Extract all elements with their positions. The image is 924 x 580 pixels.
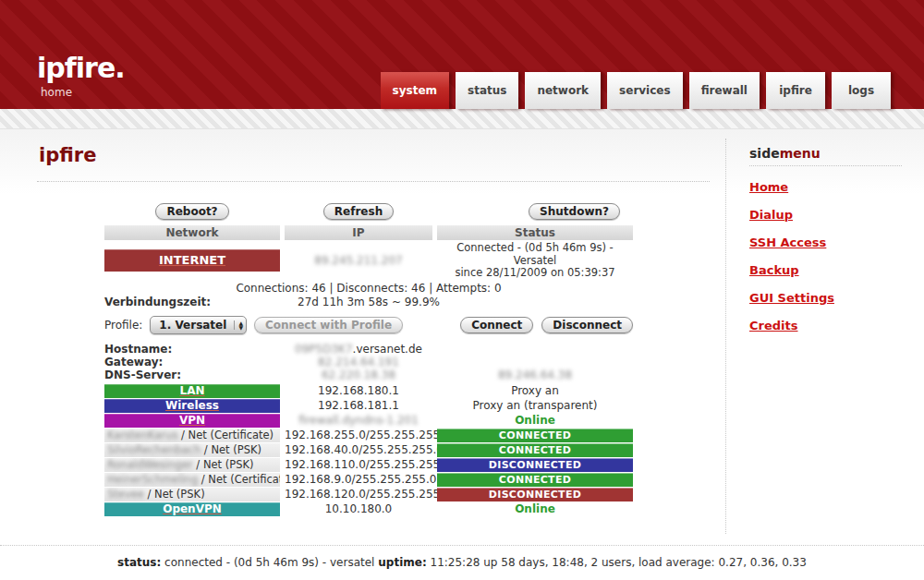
connections-line: Connections: 46 | Disconnects: 46 | Atte… xyxy=(104,282,633,295)
title-divider xyxy=(37,181,710,182)
openvpn-link[interactable]: OpenVPN xyxy=(104,502,280,516)
sidebar-item-backup[interactable]: Backup xyxy=(749,263,910,277)
vpn-client-row: HeinerSchmeling / Net (Certificate) 192.… xyxy=(104,473,633,487)
gateway-row: Gateway: 82.214.64.191 xyxy=(104,356,633,369)
vpn-client-status-badge: CONNECTED xyxy=(437,443,633,457)
vpn-client-name: Stevee / Net (PSK) xyxy=(104,488,280,501)
vpn-client-status-badge: DISCONNECTED xyxy=(437,458,633,472)
vpn-client-net: 192.168.255.0/255.255.255.240 xyxy=(285,429,432,441)
header: ipfire. home system status network servi… xyxy=(0,0,924,109)
connection-table: Reboot? Refresh Shutdown? Network IP Sta… xyxy=(104,203,633,516)
vpn-client-net: 192.168.9.0/255.255.255.0 xyxy=(285,473,432,486)
page: ipfire. home system status network servi… xyxy=(0,0,924,580)
lan-row: LAN 192.168.180.1 Proxy an xyxy=(104,384,633,398)
footer-status-label: status: xyxy=(117,556,161,569)
hostname-row: Hostname: 09P5D3K7.versanet.de xyxy=(104,343,633,356)
connection-time-value: 27d 11h 3m 58s ~ 99.9% xyxy=(104,296,633,308)
vpn-client-row: RonaldWesinger / Net (PSK) 192.168.110.0… xyxy=(104,458,633,472)
wireless-link[interactable]: Wireless xyxy=(104,399,280,413)
vpn-ip: firewall.dyndns-1.201 xyxy=(298,414,419,427)
vpn-client-name: RonaldWesinger / Net (PSK) xyxy=(104,458,280,472)
gateway-value: 82.214.64.191 xyxy=(318,356,399,369)
sidebar: sidemenu Home Dialup SSH Access Backup G… xyxy=(725,139,910,534)
dns-label: DNS-Server: xyxy=(104,369,280,381)
logo-subtitle: home xyxy=(41,86,72,99)
vpn-client-name: HeinerSchmeling / Net (Certificate) xyxy=(104,473,280,487)
system-buttons-row: Reboot? Refresh Shutdown? xyxy=(104,203,633,220)
column-header-network: Network xyxy=(104,225,280,240)
openvpn-status: Online xyxy=(437,502,633,515)
select-stepper-icon: ▲▼ xyxy=(234,320,243,330)
connect-with-profile-button[interactable]: Connect with Profile xyxy=(254,317,403,333)
openvpn-row: OpenVPN 10.10.180.0 Online xyxy=(104,502,633,516)
sidemenu-divider xyxy=(749,165,902,166)
vpn-client-status-badge: CONNECTED xyxy=(437,429,633,442)
dns-secondary-value: 89.246.64.38 xyxy=(498,369,572,381)
header-stripe-band xyxy=(0,109,924,129)
footer-uptime-label: uptime: xyxy=(378,556,426,569)
connect-button[interactable]: Connect xyxy=(460,317,533,333)
hostname-label: Hostname: xyxy=(104,343,280,356)
wireless-status: Proxy an (transparent) xyxy=(437,399,633,412)
internet-row: INTERNET 89.245.211.207 Connected - (0d … xyxy=(104,242,633,280)
logo: ipfire. xyxy=(37,52,125,84)
internet-status: Connected - (0d 5h 46m 9s) - Versatel si… xyxy=(437,242,633,280)
vpn-client-net: 192.168.120.0/255.255.255.0 xyxy=(285,488,432,501)
shutdown-button[interactable]: Shutdown? xyxy=(529,203,620,220)
tab-status[interactable]: status xyxy=(456,72,518,109)
main-panel: ipfire Reboot? Refresh Shutdown? Network… xyxy=(37,129,710,518)
profile-label: Profile: xyxy=(104,319,142,332)
internet-link[interactable]: INTERNET xyxy=(104,249,280,272)
content: ipfire Reboot? Refresh Shutdown? Network… xyxy=(0,129,924,545)
wireless-ip: 192.168.181.1 xyxy=(285,399,432,412)
main-nav: system status network services firewall … xyxy=(381,72,891,109)
vpn-client-status-badge: CONNECTED xyxy=(437,473,633,487)
vpn-client-name: KarstenKarus / Net (Certificate) xyxy=(104,429,280,442)
vpn-client-row: KarstenKarus / Net (Certificate) 192.168… xyxy=(104,429,633,442)
profile-select[interactable]: 1. Versatel ▲▼ xyxy=(150,316,247,334)
lan-ip: 192.168.180.1 xyxy=(285,384,432,397)
dns-primary-value: 62.220.18.38 xyxy=(322,369,395,381)
lan-status: Proxy an xyxy=(437,384,633,397)
table-header-row: Network IP Status xyxy=(104,225,633,240)
vpn-client-row: Stevee / Net (PSK) 192.168.120.0/255.255… xyxy=(104,488,633,501)
sidebar-item-ssh-access[interactable]: SSH Access xyxy=(749,236,910,249)
disconnect-button[interactable]: Disconnect xyxy=(541,317,633,333)
footer-status-value: connected - (0d 5h 46m 9s) - versatel xyxy=(161,556,378,569)
tab-logs[interactable]: logs xyxy=(832,72,891,109)
internet-ip: 89.245.211.207 xyxy=(314,254,402,267)
tab-firewall[interactable]: firewall xyxy=(689,72,760,109)
dns-row: DNS-Server: 62.220.18.38 89.246.64.38 xyxy=(104,369,633,381)
tab-network[interactable]: network xyxy=(525,72,601,109)
vpn-client-net: 192.168.40.0/255.255.255.0 xyxy=(285,443,432,456)
tab-system[interactable]: system xyxy=(381,72,450,109)
sidebar-item-home[interactable]: Home xyxy=(749,180,910,194)
vpn-client-status-badge: DISCONNECTED xyxy=(437,488,633,501)
vpn-link[interactable]: VPN xyxy=(104,414,280,428)
column-header-ip: IP xyxy=(285,225,432,240)
vpn-status: Online xyxy=(437,414,633,427)
vpn-client-net: 192.168.110.0/255.255.255.0 xyxy=(285,458,432,471)
vpn-client-row: SilvioRechenbach / Net (PSK) 192.168.40.… xyxy=(104,443,633,457)
tab-ipfire[interactable]: ipfire xyxy=(766,72,825,109)
reboot-button[interactable]: Reboot? xyxy=(155,203,228,220)
sidemenu-title: sidemenu xyxy=(749,146,910,161)
sidebar-item-dialup[interactable]: Dialup xyxy=(749,208,910,222)
page-title: ipfire xyxy=(39,144,710,166)
footer-status-bar: status: connected - (0d 5h 46m 9s) - ver… xyxy=(0,545,924,580)
column-header-status: Status xyxy=(437,225,633,240)
sidebar-item-gui-settings[interactable]: GUI Settings xyxy=(749,291,910,305)
hostname-value: 09P5D3K7.versanet.de xyxy=(285,343,432,356)
vpn-row: VPN firewall.dyndns-1.201 Online xyxy=(104,414,633,428)
wireless-row: Wireless 192.168.181.1 Proxy an (transpa… xyxy=(104,399,633,413)
lan-link[interactable]: LAN xyxy=(104,384,280,398)
connection-time-row: Verbindungszeit: 27d 11h 3m 58s ~ 99.9% xyxy=(104,296,633,308)
sidebar-item-credits[interactable]: Credits xyxy=(749,319,910,332)
gateway-label: Gateway: xyxy=(104,356,280,369)
refresh-button[interactable]: Refresh xyxy=(323,203,394,220)
footer-uptime-value: 11:25:28 up 58 days, 18:48, 2 users, loa… xyxy=(427,556,807,569)
profile-row: Profile: 1. Versatel ▲▼ Connect with Pro… xyxy=(104,314,633,336)
tab-services[interactable]: services xyxy=(607,72,683,109)
openvpn-ip: 10.10.180.0 xyxy=(285,502,432,515)
profile-selected-option: 1. Versatel xyxy=(159,319,226,332)
